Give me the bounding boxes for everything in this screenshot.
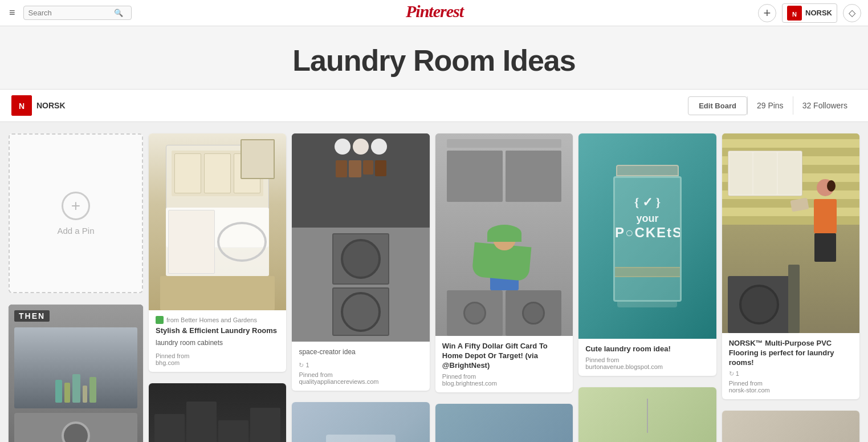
pin-title-woman: NORSK™ Multi-Purpose PVC Flooring is per… <box>729 339 853 368</box>
pin-title-jar: Cute laundry room idea! <box>585 344 709 354</box>
add-pin-card[interactable]: + Add a Pin <box>9 133 143 293</box>
header-left: ≡ 🔍 <box>7 5 132 21</box>
board-stats: 29 Pins 32 Followers <box>747 96 857 115</box>
board-header: Laundry Room Ideas <box>0 26 868 89</box>
pin-desc-bhg: laundry room cabinets <box>156 338 279 348</box>
grid-col-5: NORSK™ Multi-Purpose PVC Flooring is per… <box>722 133 859 442</box>
pin-domain-woman: norsk-stor.com <box>729 387 853 394</box>
board-meta-bar: N NORSK Edit Board 29 Pins 32 Followers <box>0 89 868 122</box>
repin-count: 1 <box>305 362 309 368</box>
header-center: Pinterest <box>403 1 466 25</box>
repin-count-w: 1 <box>736 370 739 377</box>
pin-pinned-jar: Pinned from <box>585 356 709 363</box>
search-box: 🔍 <box>23 6 132 20</box>
pins-grid: + Add a Pin THEN <box>0 122 868 442</box>
add-pin-icon: + <box>62 192 90 220</box>
grid-col-0: + Add a Pin THEN <box>9 133 143 442</box>
pin-image-20rooms: 20 laundry rooms that inspire Simplicity… <box>292 402 429 442</box>
grid-col-2: space-creator idea ↻ 1 Pinned from quali… <box>292 133 429 442</box>
add-button[interactable]: + <box>758 4 776 22</box>
repin-icon-w: ↻ <box>729 370 734 378</box>
menu-icon[interactable]: ≡ <box>7 5 18 21</box>
pin-domain-kid: blog.brightnest.com <box>442 380 566 387</box>
pin-body-jar: Cute laundry room idea! Pinned from burt… <box>578 339 716 376</box>
pin-body-kid: Win A Fifty Dollar Gift Card To Home Dep… <box>435 336 573 392</box>
pin-source-text: from Better Homes and Gardens <box>166 317 257 323</box>
pin-card-drayrack[interactable] <box>578 387 716 442</box>
edit-board-button[interactable]: Edit Board <box>688 96 747 115</box>
user-name: NORSK <box>805 9 832 17</box>
pin-pinned-label-bhg: Pinned from <box>156 352 279 359</box>
pin-domain-jar: burtonavenue.blogspot.com <box>585 363 709 370</box>
pin-image-dark <box>149 383 286 442</box>
board-owner: N NORSK <box>11 95 688 116</box>
pin-image-dept: Department of Missing Socks Est. 2013 <box>722 411 859 442</box>
pin-image-space <box>292 133 429 342</box>
search-input[interactable] <box>28 9 114 17</box>
grid-col-4: { ✓ } your P○CKEtS Cute laundry room ide… <box>578 133 716 442</box>
search-icon: 🔍 <box>114 9 123 17</box>
pin-desc-space: space-creator idea <box>299 347 422 357</box>
header-right: + N NORSK ◇ <box>758 3 861 23</box>
pin-body-woman: NORSK™ Multi-Purpose PVC Flooring is per… <box>722 333 859 399</box>
pin-image-rack <box>578 387 716 442</box>
pin-image-jar: { ✓ } your P○CKEtS <box>578 133 716 339</box>
then-pin-card[interactable]: THEN <box>9 305 143 442</box>
repin-icon: ↻ <box>299 362 304 369</box>
pin-card-woman[interactable]: NORSK™ Multi-Purpose PVC Flooring is per… <box>722 133 859 399</box>
user-area[interactable]: N NORSK <box>782 3 837 23</box>
pin-pinned-space: Pinned from <box>299 371 422 378</box>
pin-image-bhg <box>149 133 286 310</box>
followers-count: 32 Followers <box>793 96 857 115</box>
pin-title-kid: Win A Fifty Dollar Gift Card To Home Dep… <box>442 342 566 371</box>
pinterest-logo[interactable]: Pinterest <box>403 1 466 25</box>
gift-icon: ◇ <box>849 7 855 18</box>
pin-domain-space: qualityappliancereviews.com <box>299 378 422 385</box>
grid-col-1: from Better Homes and Gardens Stylish & … <box>149 133 286 442</box>
svg-text:Pinterest: Pinterest <box>405 2 465 21</box>
pin-pinned-woman: Pinned from <box>729 380 853 387</box>
then-pin-image: THEN <box>9 305 143 442</box>
pin-repin-woman: ↻ 1 <box>729 370 853 378</box>
pin-card-20rooms[interactable]: 20 laundry rooms that inspire Simplicity… <box>292 402 429 442</box>
board-title: Laundry Room Ideas <box>0 43 868 78</box>
pin-card-bluesign[interactable]: This laundry room... <box>435 404 573 442</box>
pin-card-dept-missing[interactable]: Department of Missing Socks Est. 2013 <box>722 411 859 442</box>
pin-card-jar[interactable]: { ✓ } your P○CKEtS Cute laundry room ide… <box>578 133 716 376</box>
pin-source-bhg: from Better Homes and Gardens <box>156 316 279 324</box>
then-label: THEN <box>14 310 50 322</box>
pin-image-woman <box>722 133 859 333</box>
pins-count: 29 Pins <box>747 96 793 115</box>
add-icon: + <box>764 7 771 19</box>
pin-body-bhg: from Better Homes and Gardens Stylish & … <box>149 310 286 372</box>
grid-col-3: Win A Fifty Dollar Gift Card To Home Dep… <box>435 133 573 442</box>
gift-button[interactable]: ◇ <box>843 4 861 22</box>
pin-card-bhg[interactable]: from Better Homes and Gardens Stylish & … <box>149 133 286 372</box>
owner-name: NORSK <box>36 101 66 110</box>
pin-pinned-kid: Pinned from <box>442 373 566 380</box>
pin-card-spacecreator[interactable]: space-creator idea ↻ 1 Pinned from quali… <box>292 133 429 391</box>
pin-image-bluesign: This laundry room... <box>435 404 573 442</box>
source-icon <box>156 316 164 324</box>
svg-text:N: N <box>19 102 25 111</box>
pin-domain-bhg: bhg.com <box>156 359 279 366</box>
svg-text:N: N <box>792 11 797 18</box>
pin-repin-space: ↻ 1 <box>299 362 422 369</box>
pin-body-space: space-creator idea ↻ 1 Pinned from quali… <box>292 342 429 391</box>
pin-title-bhg: Stylish & Efficient Laundry Rooms <box>156 326 279 336</box>
avatar: N <box>787 6 802 21</box>
add-pin-label: Add a Pin <box>57 226 94 236</box>
pin-image-kid <box>435 133 573 336</box>
pin-card-kidcape[interactable]: Win A Fifty Dollar Gift Card To Home Dep… <box>435 133 573 392</box>
owner-avatar: N <box>11 95 32 116</box>
pin-card-dark-laundry[interactable] <box>149 383 286 442</box>
header: ≡ 🔍 Pinterest + N NORSK ◇ <box>0 0 868 26</box>
